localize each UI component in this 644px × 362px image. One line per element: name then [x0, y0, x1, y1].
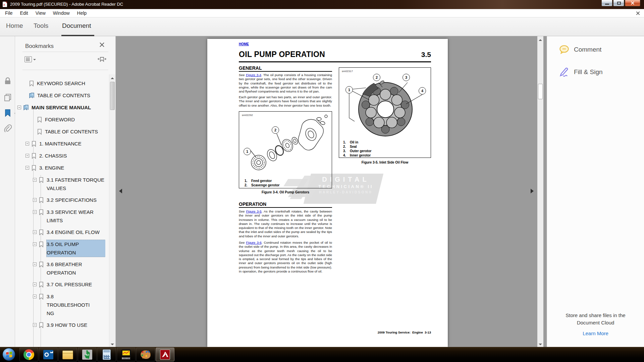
menu-file[interactable]: File: [1, 9, 16, 17]
bookmark-item-keyword-search[interactable]: KEYWORD SEARCH: [15, 79, 105, 88]
figure-3-4-caption: Figure 3-4. Oil Pump Gerotors: [239, 190, 332, 194]
figure-3-4: sm02292: [239, 111, 332, 188]
expand-expander-icon[interactable]: [33, 198, 37, 202]
menu-help[interactable]: Help: [73, 9, 91, 17]
bookmark-item-main-service-manual[interactable]: MAIN SERVICE MANUAL: [15, 103, 105, 112]
tab-tools[interactable]: Tools: [34, 22, 48, 29]
bookmarks-panel-icon[interactable]: [4, 109, 12, 117]
system-monitor-taskbar-button[interactable]: [117, 348, 136, 361]
operation-heading: OPERATION: [239, 201, 266, 207]
collapse-expander-icon[interactable]: [17, 106, 21, 109]
bookmark-item-toc-manual[interactable]: TABLE OF CONTENTS: [15, 127, 105, 136]
expand-expander-icon[interactable]: [33, 295, 37, 298]
figure-callout: 1: [244, 148, 251, 155]
figure-callout: 2: [373, 74, 380, 81]
outlook-taskbar-button[interactable]: [39, 348, 58, 361]
text-run: See: [239, 73, 246, 77]
comment-tool[interactable]: Comment: [559, 45, 601, 54]
scroll-down-icon[interactable]: [109, 341, 115, 347]
collapse-right-panel-icon[interactable]: [531, 189, 536, 193]
promo-line-1: Store and share files in the: [547, 312, 644, 319]
bookmark-item-3-9[interactable]: 3.9 HOW TO USE: [15, 321, 105, 329]
calculator-taskbar-button[interactable]: [97, 348, 116, 361]
book-icon: [23, 105, 29, 112]
bookmark-item-foreword[interactable]: FOREWORD: [15, 115, 105, 124]
expand-expander-icon[interactable]: [33, 283, 37, 286]
collapse-expander-icon[interactable]: [25, 166, 29, 170]
bookmark-item-3-8[interactable]: 3.8 TROUBLESHOOTING: [15, 292, 105, 317]
attachments-icon[interactable]: [4, 124, 12, 132]
file-explorer-taskbar-button[interactable]: [58, 348, 77, 361]
bookmark-item-3-7[interactable]: 3.7 OIL PRESSURE: [15, 280, 105, 289]
document-scrollbar[interactable]: [537, 36, 543, 347]
expand-expander-icon[interactable]: [25, 154, 29, 158]
expand-expander-icon[interactable]: [33, 323, 37, 327]
paint-brush-icon: [141, 350, 151, 360]
bookmark-item-engine[interactable]: 3. ENGINE: [15, 164, 105, 172]
scroll-up-icon[interactable]: [109, 74, 115, 80]
bookmark-item-3-3[interactable]: 3.3 SERVICE WEAR LIMITS: [15, 208, 105, 225]
chrome-taskbar-button[interactable]: [19, 348, 38, 361]
figure-3-4-link[interactable]: Figure 3-4: [246, 73, 261, 77]
windows-taskbar: NJ: [0, 347, 644, 362]
bookmarks-close-icon[interactable]: [99, 42, 105, 48]
tab-document[interactable]: Document: [62, 22, 91, 29]
menu-view[interactable]: View: [32, 9, 49, 17]
bookmark-item-maintenance[interactable]: 1. MAINTENANCE: [15, 139, 105, 148]
expand-expander-icon[interactable]: [33, 262, 37, 266]
menu-edit[interactable]: Edit: [16, 9, 32, 17]
scrollbar-thumb[interactable]: [110, 82, 115, 110]
bookmarks-options-button[interactable]: [24, 56, 36, 64]
figure-tag: sm02317: [342, 70, 353, 73]
book-icon: [29, 93, 35, 100]
fill-sign-tool[interactable]: Fill & Sign: [559, 67, 603, 77]
scroll-down-icon[interactable]: [537, 341, 543, 347]
expand-expander-icon[interactable]: [33, 178, 37, 182]
bookmark-item-chassis[interactable]: 2. CHASSIS: [15, 152, 105, 160]
bookmarks-panel-title: Bookmarks: [25, 43, 54, 50]
page-thumbnails-icon[interactable]: [4, 93, 12, 101]
close-button[interactable]: [625, 0, 640, 6]
expand-expander-icon[interactable]: [33, 242, 37, 246]
bookmark-ribbon-icon: [31, 153, 37, 160]
scroll-up-icon[interactable]: [537, 36, 543, 42]
bookmark-item-3-1[interactable]: 3.1 FASTENER TORQUE VALUES: [15, 176, 105, 192]
adobe-reader-taskbar-button[interactable]: [156, 348, 174, 361]
expand-expander-icon[interactable]: [25, 142, 29, 145]
scrollbar-thumb[interactable]: [538, 84, 543, 99]
security-lock-icon[interactable]: [4, 77, 12, 85]
home-link[interactable]: HOME: [239, 42, 249, 46]
figure-callout: 3: [402, 74, 410, 81]
tab-home[interactable]: Home: [6, 22, 23, 29]
legend-number: 2.: [245, 183, 251, 187]
expand-expander-icon[interactable]: [33, 210, 37, 214]
figure-3-6-link[interactable]: Figure 3-6: [246, 241, 262, 244]
bookmark-item-3-6[interactable]: 3.6 BREATHER OPERATION: [15, 260, 105, 277]
legend-text: Inner gerotor: [350, 153, 371, 158]
paint-taskbar-button[interactable]: [136, 348, 155, 361]
minimize-button[interactable]: [601, 0, 612, 6]
bookmark-item-3-5-selected[interactable]: 3.5 OIL PUMP OPERATION: [15, 240, 105, 257]
bookmark-item-3-2[interactable]: 3.2 SPECIFICATIONS: [15, 196, 105, 204]
bookmark-item-3-4[interactable]: 3.4 ENGINE OIL FLOW: [15, 228, 105, 237]
expand-current-bookmark-button[interactable]: [98, 55, 106, 63]
bookmark-item-toc-top[interactable]: TABLE OF CONTENTS: [15, 91, 105, 100]
page-title: OIL PUMP OPERATION: [239, 50, 325, 59]
maximize-button[interactable]: [613, 0, 624, 6]
promo-line-2: Document Cloud: [547, 319, 644, 326]
figure-callout: 2: [272, 126, 279, 134]
legend-text: Seal: [350, 144, 357, 149]
menu-window[interactable]: Window: [49, 9, 73, 17]
figure-3-5-link[interactable]: Figure 3-5: [246, 209, 262, 213]
operation-paragraph-1: See Figure 3-5. As the crankshaft rotate…: [239, 209, 332, 238]
tools-panel: Comment Fill & Sign Store and share file…: [547, 36, 644, 347]
bookmark-ribbon-icon: [39, 261, 44, 269]
start-button[interactable]: [2, 348, 15, 361]
nj-app-taskbar-button[interactable]: NJ: [78, 348, 97, 361]
expand-expander-icon[interactable]: [33, 230, 37, 234]
learn-more-link[interactable]: Learn More: [547, 330, 644, 336]
bookmarks-scrollbar[interactable]: [109, 74, 115, 347]
document-close-icon[interactable]: [636, 11, 640, 15]
bookmark-ribbon-icon: [39, 197, 44, 204]
collapse-left-panel-icon[interactable]: [117, 189, 122, 193]
